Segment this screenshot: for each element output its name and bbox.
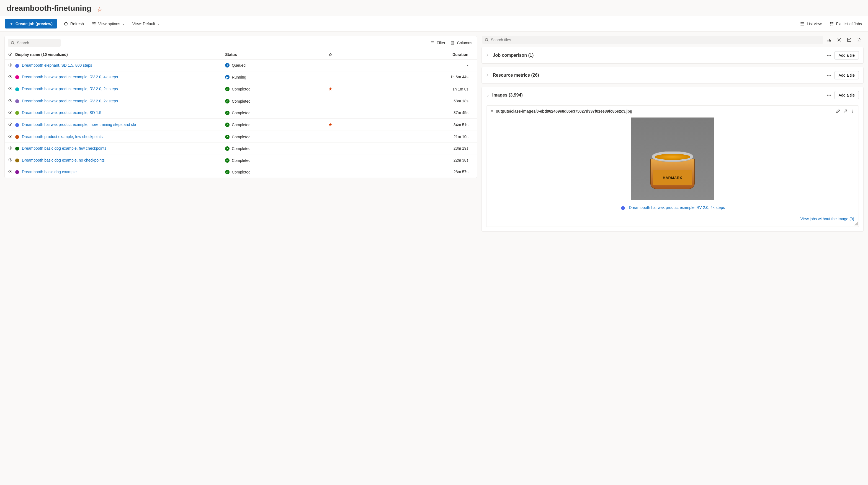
visibility-icon[interactable] (8, 63, 12, 67)
svg-rect-25 (830, 40, 831, 41)
star-icon[interactable]: ★ (329, 87, 332, 91)
svg-point-30 (858, 41, 858, 41)
columns-button[interactable]: Columns (450, 39, 473, 47)
add-tile-button[interactable]: Add a tile (835, 91, 859, 99)
view-options-button[interactable]: View options ⌄ (91, 20, 126, 28)
job-name-link[interactable]: Dreambooth product example, few checkpoi… (22, 134, 103, 139)
flat-list-icon (830, 22, 834, 26)
view-options-label: View options (98, 22, 120, 26)
job-status: ✓Completed (225, 158, 251, 163)
more-icon[interactable]: ••• (827, 93, 832, 97)
more-icon[interactable]: ••• (827, 53, 832, 58)
visibility-icon[interactable] (8, 123, 12, 126)
job-status: Queued (225, 63, 246, 67)
table-row[interactable]: Dreambooth basic dog example, no checkpo… (5, 154, 477, 166)
job-duration: 23m 19s (354, 142, 476, 154)
table-row[interactable]: Dreambooth hairwax product example, RV 2… (5, 95, 477, 107)
search-tiles[interactable] (482, 36, 823, 44)
job-status: ✓Completed (225, 123, 251, 127)
more-icon[interactable]: ••• (827, 73, 832, 77)
filter-button[interactable]: Filter (429, 39, 446, 47)
line-chart-icon[interactable] (845, 36, 853, 44)
visibility-icon[interactable] (8, 111, 12, 114)
view-default-button[interactable]: View: Default ⌄ (131, 20, 161, 28)
job-name-link[interactable]: Dreambooth hairwax product example, RV 2… (22, 87, 118, 91)
job-status: ▶Running (225, 75, 246, 79)
svg-rect-5 (830, 25, 831, 26)
add-tile-button[interactable]: Add a tile (835, 71, 859, 79)
svg-point-0 (94, 23, 95, 23)
chevron-down-icon[interactable]: ⌄ (486, 93, 490, 97)
images-title[interactable]: Images (3,994) (492, 93, 824, 98)
svg-point-16 (10, 112, 11, 113)
bar-chart-icon[interactable] (825, 36, 833, 44)
star-icon[interactable]: ★ (329, 122, 332, 127)
favorite-star-icon[interactable]: ☆ (97, 6, 102, 13)
svg-rect-4 (830, 24, 831, 24)
table-row[interactable]: Dreambooth hairwax product example, RV 2… (5, 71, 477, 83)
visibility-icon[interactable] (8, 158, 12, 162)
chevron-down-icon: ⌄ (157, 23, 159, 26)
job-name-link[interactable]: Dreambooth hairwax product example, RV 2… (22, 99, 118, 103)
job-status: ✓Completed (225, 147, 251, 151)
chevron-right-icon[interactable]: 〉 (486, 53, 490, 58)
table-row[interactable]: Dreambooth elephant, SD 1.5, 800 stepsQu… (5, 60, 477, 71)
table-row[interactable]: Dreambooth basic dog example, few checkp… (5, 142, 477, 154)
job-color-dot (15, 135, 19, 139)
flat-list-button[interactable]: Flat list of Jobs (828, 20, 863, 28)
col-name-header[interactable]: Display name (10 visualized) (15, 52, 68, 57)
visibility-icon[interactable] (8, 87, 12, 90)
visibility-icon[interactable] (8, 170, 12, 173)
resize-handle-icon[interactable]: ◢ (854, 220, 858, 226)
job-color-dot (15, 88, 19, 91)
edit-icon[interactable] (836, 109, 840, 114)
job-color-dot (15, 75, 19, 79)
job-duration: 22m 38s (354, 154, 476, 166)
visibility-icon[interactable] (8, 99, 12, 102)
search-jobs[interactable] (8, 39, 61, 47)
col-status-header[interactable]: Status (222, 50, 307, 60)
image-caption-link[interactable]: Dreambooth hairwax product example, RV 2… (629, 205, 725, 210)
resource-metrics-title[interactable]: Resource metrics (26) (493, 73, 824, 78)
table-row[interactable]: Dreambooth hairwax product example, SD 1… (5, 107, 477, 119)
job-comparison-title[interactable]: Job comparison (1) (493, 53, 824, 58)
view-without-link[interactable]: View jobs without the image (9) (801, 217, 854, 221)
scatter-icon[interactable] (855, 36, 863, 44)
visibility-icon[interactable] (8, 147, 12, 150)
job-name-link[interactable]: Dreambooth hairwax product example, more… (22, 122, 136, 127)
job-name-link[interactable]: Dreambooth hairwax product example, SD 1… (22, 110, 101, 115)
chevron-right-icon[interactable]: 〉 (486, 73, 490, 78)
create-job-button[interactable]: ＋ Create job (preview) (5, 19, 57, 29)
table-row[interactable]: Dreambooth hairwax product example, RV 2… (5, 83, 477, 95)
svg-point-14 (10, 88, 11, 89)
job-name-link[interactable]: Dreambooth hairwax product example, RV 2… (22, 75, 118, 79)
search-jobs-input[interactable] (17, 41, 58, 45)
visibility-icon[interactable] (8, 75, 12, 78)
table-row[interactable]: Dreambooth hairwax product example, more… (5, 119, 477, 131)
job-duration: - (354, 60, 476, 71)
job-name-link[interactable]: Dreambooth basic dog example, few checkp… (22, 146, 106, 151)
jobs-panel: Filter Columns Display name (10 visualiz… (4, 36, 477, 178)
list-view-button[interactable]: List view (799, 20, 823, 28)
search-tiles-input[interactable] (491, 38, 820, 42)
expand-icon[interactable] (843, 109, 847, 114)
clear-chart-icon[interactable] (835, 36, 843, 44)
svg-point-2 (94, 25, 95, 26)
col-star-header[interactable]: ☆ (307, 50, 354, 60)
visibility-icon[interactable] (8, 135, 12, 138)
tile-more-icon[interactable]: ⋮ (850, 109, 854, 114)
search-icon (11, 41, 15, 45)
job-name-link[interactable]: Dreambooth elephant, SD 1.5, 800 steps (22, 63, 92, 67)
drag-handle-icon[interactable]: ≡ (491, 109, 493, 114)
col-duration-header[interactable]: Duration (354, 50, 476, 60)
add-tile-button[interactable]: Add a tile (835, 51, 859, 60)
refresh-button[interactable]: Refresh (63, 20, 85, 28)
jar-label-text: HARMARX (653, 170, 692, 185)
job-name-link[interactable]: Dreambooth basic dog example, no checkpo… (22, 158, 105, 162)
table-row[interactable]: Dreambooth basic dog example✓Completed28… (5, 166, 477, 177)
refresh-label: Refresh (70, 22, 84, 26)
table-row[interactable]: Dreambooth product example, few checkpoi… (5, 131, 477, 143)
columns-icon (451, 41, 455, 45)
job-name-link[interactable]: Dreambooth basic dog example (22, 170, 77, 174)
job-duration: 1h 1m 0s (354, 83, 476, 95)
